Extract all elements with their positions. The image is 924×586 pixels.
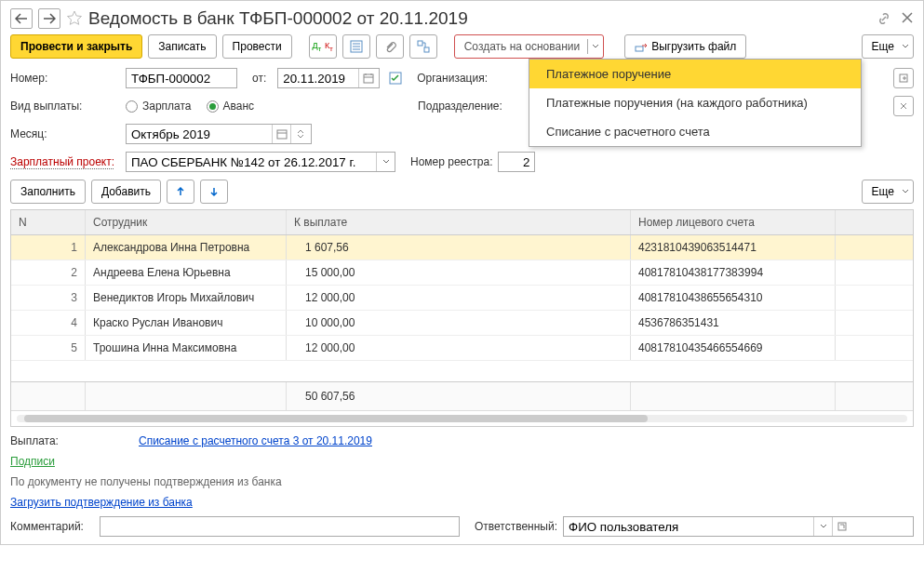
cell-pay: 12 000,00 <box>287 286 631 310</box>
complete-close-button[interactable]: Провести и закрыть <box>10 34 142 59</box>
cell-pay: 10 000,00 <box>287 311 631 335</box>
load-confirmation-link[interactable]: Загрузить подтверждение из банка <box>10 496 193 509</box>
move-down-button[interactable] <box>200 180 228 204</box>
horizontal-scrollbar[interactable] <box>11 410 913 426</box>
org-label: Организация: <box>417 72 488 85</box>
signatures-link[interactable]: Подписи <box>10 455 55 468</box>
salary-radio-label: Зарплата <box>142 100 192 113</box>
month-input[interactable] <box>127 125 272 143</box>
caret-down-icon <box>587 39 599 54</box>
date-label: от: <box>252 72 266 85</box>
cell-pay: 12 000,00 <box>287 336 631 360</box>
registry-input[interactable] <box>498 152 535 172</box>
svg-rect-7 <box>277 130 287 139</box>
cell-emp: Трошина Инна Максимовна <box>86 336 287 360</box>
structure-icon-button[interactable] <box>409 34 437 59</box>
advance-radio-label: Аванс <box>223 100 255 113</box>
table-row[interactable]: 1Александрова Инна Петровна1 607,5642318… <box>11 235 913 260</box>
caret-down-icon <box>898 189 909 194</box>
paytype-label: Вид выплаты: <box>10 100 120 113</box>
menu-payment-orders-each[interactable]: Платежные поручения (на каждого работник… <box>529 88 861 117</box>
comment-label: Комментарий: <box>10 520 94 533</box>
col-acc-header[interactable]: Номер лицевого счета <box>631 210 836 234</box>
nav-forward-button[interactable] <box>38 8 60 29</box>
upload-label: Выгрузить файл <box>651 40 736 53</box>
fill-button[interactable]: Заполнить <box>10 180 86 204</box>
cell-acc: 4081781043817738З994 <box>631 260 836 285</box>
noconf-text: По документу не получены подтверждения и… <box>10 475 914 488</box>
favorite-star-icon[interactable] <box>66 10 83 27</box>
save-button[interactable]: Записать <box>148 34 216 59</box>
radio-unchecked-icon <box>126 100 138 113</box>
dept-label: Подразделение: <box>418 100 502 113</box>
more-button[interactable]: Еще <box>862 34 914 59</box>
caret-down-icon[interactable] <box>813 517 832 536</box>
responsible-input[interactable] <box>564 517 813 536</box>
cell-pay: 1 607,56 <box>287 235 631 260</box>
cell-acc: 4536786351431 <box>631 311 836 335</box>
payment-link[interactable]: Списание с расчетного счета 3 от 20.11.2… <box>139 434 372 447</box>
add-button[interactable]: Добавить <box>91 180 161 204</box>
project-label: Зарплатный проект: <box>10 155 120 168</box>
dt-kt-button[interactable]: ДтКт <box>309 34 337 59</box>
menu-bank-withdrawal[interactable]: Списание с расчетного счета <box>529 117 861 146</box>
nav-back-button[interactable] <box>10 8 33 29</box>
col-pay-header[interactable]: К выплате <box>287 210 631 234</box>
list-icon-button[interactable] <box>342 34 370 59</box>
move-up-button[interactable] <box>167 180 194 204</box>
date-input[interactable] <box>278 69 358 87</box>
table-row[interactable]: 4Краско Руслан Иванович10 000,0045367863… <box>11 311 913 336</box>
comment-input[interactable] <box>100 516 460 537</box>
cell-acc: 4231810439063514471 <box>631 235 836 260</box>
cell-pay: 15 000,00 <box>287 260 631 285</box>
svg-rect-1 <box>418 41 422 46</box>
calendar-icon[interactable] <box>358 69 377 87</box>
project-input[interactable] <box>127 153 376 171</box>
registry-label: Номер реестра: <box>410 155 492 168</box>
clear-ref-button[interactable] <box>893 96 914 116</box>
cell-n: 4 <box>11 311 86 335</box>
cell-n: 5 <box>11 336 86 360</box>
table-more-button[interactable]: Еще <box>862 180 914 204</box>
caret-down-icon <box>898 44 909 49</box>
create-based-button[interactable]: Создать на основании <box>454 34 605 59</box>
process-icon[interactable] <box>389 72 402 85</box>
payment-label: Выплата: <box>10 434 120 447</box>
menu-payment-order[interactable]: Платежное поручение <box>529 60 861 88</box>
number-label: Номер: <box>10 72 120 85</box>
cell-n: 1 <box>11 235 86 260</box>
attach-icon-button[interactable] <box>376 34 404 59</box>
spinner-icon[interactable] <box>290 125 309 143</box>
table-row[interactable]: 3Венедиктов Игорь Михайлович12 000,00408… <box>11 286 913 311</box>
advance-radio[interactable]: Аванс <box>207 100 255 113</box>
table-row[interactable]: 5Трошина Инна Максимовна12 000,004081781… <box>11 336 913 361</box>
svg-rect-2 <box>424 47 429 52</box>
link-icon[interactable] <box>877 11 891 26</box>
cell-emp: Андреева Елена Юрьевна <box>86 260 287 285</box>
table-row[interactable]: 2Андреева Елена Юрьевна15 000,0040817810… <box>11 260 913 286</box>
create-based-menu: Платежное поручение Платежные поручения … <box>529 59 862 147</box>
upload-file-button[interactable]: Выгрузить файл <box>624 34 746 59</box>
close-icon[interactable] <box>901 11 914 26</box>
cell-emp: Александрова Инна Петровна <box>86 235 287 260</box>
cell-emp: Венедиктов Игорь Михайлович <box>86 286 287 310</box>
cell-emp: Краско Руслан Иванович <box>86 311 287 335</box>
svg-rect-4 <box>364 74 373 83</box>
post-button[interactable]: Провести <box>222 34 292 59</box>
open-ref-button[interactable] <box>893 68 914 88</box>
col-emp-header[interactable]: Сотрудник <box>86 210 287 234</box>
window-title: Ведомость в банк ТФБП-000002 от 20.11.20… <box>88 8 871 29</box>
svg-rect-8 <box>838 523 846 530</box>
radio-checked-icon <box>207 100 219 113</box>
month-label: Месяц: <box>10 127 120 140</box>
open-ref-icon[interactable] <box>832 517 850 536</box>
caret-down-icon[interactable] <box>376 153 395 171</box>
responsible-label: Ответственный: <box>475 520 557 533</box>
salary-radio[interactable]: Зарплата <box>126 100 192 113</box>
cell-acc: 40817810435466554669 <box>631 336 836 360</box>
calendar-icon[interactable] <box>272 125 290 143</box>
total-cell: 50 607,56 <box>287 382 631 410</box>
col-n-header[interactable]: N <box>11 210 86 234</box>
number-input[interactable] <box>126 68 237 88</box>
svg-rect-3 <box>636 47 643 51</box>
